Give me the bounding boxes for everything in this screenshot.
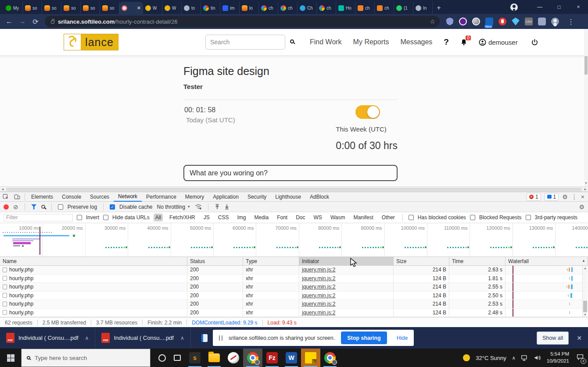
task-view-icon[interactable]: [174, 355, 181, 361]
adblock-hand-icon[interactable]: [498, 18, 506, 25]
network-scrollbar-thumb[interactable]: [583, 301, 587, 312]
filter-type-media[interactable]: Media: [252, 214, 270, 221]
browser-tab[interactable]: (1: [394, 2, 413, 14]
scroll-down-arrow[interactable]: ▼: [583, 313, 588, 316]
help-icon[interactable]: ?: [444, 37, 449, 47]
cell-initiator-text[interactable]: jquery.min.js:2: [302, 267, 335, 273]
taskbar-search-input[interactable]: [35, 355, 136, 361]
column-header-name[interactable]: Name: [0, 257, 187, 265]
minimize-button[interactable]: —: [530, 0, 549, 14]
browser-profile-icon[interactable]: [510, 4, 518, 11]
address-bar[interactable]: srilance.softileo.com/hourly-contract-de…: [45, 16, 440, 27]
filter-type-manifest[interactable]: Manifest: [351, 214, 375, 221]
filter-type-img[interactable]: Img: [235, 214, 247, 221]
s-extension-icon[interactable]: New: [485, 18, 493, 25]
clear-icon[interactable]: ⊘: [13, 203, 18, 210]
network-conditions-icon[interactable]: [195, 204, 202, 210]
devtools-tab-application[interactable]: Application: [208, 192, 243, 202]
network-request-row[interactable]: hourly.php200xhrjquery.min.js:2214 B2.63…: [0, 266, 588, 274]
stop-sharing-button[interactable]: Stop sharing: [341, 331, 387, 344]
task-input[interactable]: [183, 165, 398, 181]
scroll-right-arrow[interactable]: ►: [583, 188, 588, 191]
nav-find-work[interactable]: Find Work: [310, 38, 342, 46]
network-overview-timeline[interactable]: 10000 ms20000 ms30000 ms40000 ms50000 ms…: [0, 223, 588, 257]
clock[interactable]: 5:54 PM 10/9/2021: [547, 351, 569, 364]
inspect-element-icon[interactable]: [0, 194, 11, 200]
filter-type-ws[interactable]: WS: [312, 214, 324, 221]
crx-extension-icon[interactable]: CRX: [525, 18, 533, 25]
disable-cache-checkbox[interactable]: [110, 204, 115, 210]
shield-extension-icon[interactable]: [446, 18, 454, 25]
hide-data-urls-checkbox[interactable]: [103, 215, 108, 220]
browser-tab[interactable]: so: [81, 2, 100, 14]
devtools-tab-adblock[interactable]: AdBlock: [305, 192, 333, 202]
has-blocked-cookies-checkbox[interactable]: [409, 215, 414, 220]
page-scrollbar[interactable]: ▼: [584, 29, 588, 186]
browser-tab[interactable]: ch: [375, 2, 394, 14]
browser-tab[interactable]: so: [61, 2, 81, 14]
cortana-icon[interactable]: [158, 354, 166, 362]
logout-power-icon[interactable]: [531, 39, 538, 46]
tray-overflow-icon[interactable]: ∧: [512, 355, 516, 361]
devtools-menu-icon[interactable]: ⋮: [571, 193, 577, 200]
column-header-waterfall[interactable]: Waterfall: [506, 257, 588, 265]
devtools-tab-security[interactable]: Security: [243, 192, 271, 202]
filter-funnel-icon[interactable]: [31, 204, 37, 210]
download-item[interactable]: PDFIndividual ( Consu....pdf∧: [0, 327, 95, 349]
browser-tab[interactable]: Ch: [298, 2, 317, 14]
browser-tab[interactable]: Ho: [336, 2, 355, 14]
preserve-log-checkbox[interactable]: [58, 204, 63, 210]
nav-my-reports[interactable]: My Reports: [353, 38, 389, 46]
timer-toggle[interactable]: [355, 105, 380, 119]
start-button[interactable]: [0, 349, 21, 367]
browser-tab[interactable]: to: [182, 2, 201, 14]
network-request-row[interactable]: hourly.php200xhrjquery.min.js:2124 B2.50…: [0, 292, 588, 300]
column-header-time[interactable]: Time: [449, 257, 506, 265]
document-icon[interactable]: [201, 334, 208, 342]
browser-tab[interactable]: W: [162, 2, 182, 14]
devtools-tab-lighthouse[interactable]: Lighthouse: [271, 192, 305, 202]
download-item[interactable]: PDFIndividual ( Consu....pdf∧: [95, 327, 190, 349]
horizontal-scrollbar[interactable]: ◄ ►: [0, 186, 588, 192]
browser-tab[interactable]: im: [220, 2, 240, 14]
browser-tab[interactable]: so: [23, 2, 42, 14]
network-tray-icon[interactable]: [521, 355, 528, 361]
weather-text[interactable]: 32°C Sunny: [476, 355, 506, 361]
issues-counter[interactable]: 1: [545, 193, 559, 201]
network-request-row[interactable]: hourly.php200xhrjquery.min.js:2214 B2.55…: [0, 283, 588, 292]
third-party-requests-checkbox[interactable]: [526, 215, 531, 220]
reload-icon[interactable]: ⟳: [29, 18, 42, 26]
browser-tab[interactable]: My: [4, 2, 23, 14]
blocked-requests-checkbox[interactable]: [470, 215, 475, 220]
column-header-type[interactable]: Type: [243, 257, 299, 265]
hide-button[interactable]: Hide: [397, 335, 408, 341]
import-har-icon[interactable]: [215, 204, 220, 210]
invert-checkbox[interactable]: [77, 215, 82, 220]
taskbar-app-explorer[interactable]: [204, 349, 224, 367]
network-request-row[interactable]: hourly.php200xhrjquery.min.js:2124 B2.48…: [0, 309, 588, 317]
browser-tab[interactable]: ch: [355, 2, 375, 14]
browser-tab[interactable]: ch: [317, 2, 336, 14]
taskbar-app-word[interactable]: W: [282, 349, 301, 367]
devtools-tab-performance[interactable]: Performance: [142, 192, 181, 202]
network-request-row[interactable]: hourly.php200xhrjquery.min.js:2124 B1.81…: [0, 274, 588, 283]
error-counter[interactable]: ✕1: [527, 193, 541, 201]
sort-arrow-icon[interactable]: ▲: [582, 259, 585, 263]
forward-icon[interactable]: →: [16, 18, 29, 25]
user-menu[interactable]: demouser: [479, 39, 518, 46]
filter-type-other[interactable]: Other: [380, 214, 397, 221]
weather-sun-icon[interactable]: [463, 354, 470, 361]
devtools-tab-network[interactable]: Network: [114, 192, 142, 202]
scroll-left-arrow[interactable]: ◄: [0, 188, 5, 191]
nav-messages[interactable]: Messages: [400, 38, 432, 46]
export-har-icon[interactable]: [224, 204, 229, 210]
tab-close-icon[interactable]: ✕: [137, 5, 141, 11]
browser-tab[interactable]: In: [413, 2, 433, 14]
taskbar-app-chrome-2[interactable]: [320, 349, 340, 367]
search-icon[interactable]: [290, 39, 294, 43]
gem-extension-icon[interactable]: 25: [512, 18, 520, 25]
volume-tray-icon[interactable]: [534, 355, 541, 361]
cell-initiator-text[interactable]: jquery.min.js:2: [302, 275, 335, 281]
purple-extension-icon[interactable]: [459, 18, 467, 25]
record-icon[interactable]: [4, 204, 9, 210]
